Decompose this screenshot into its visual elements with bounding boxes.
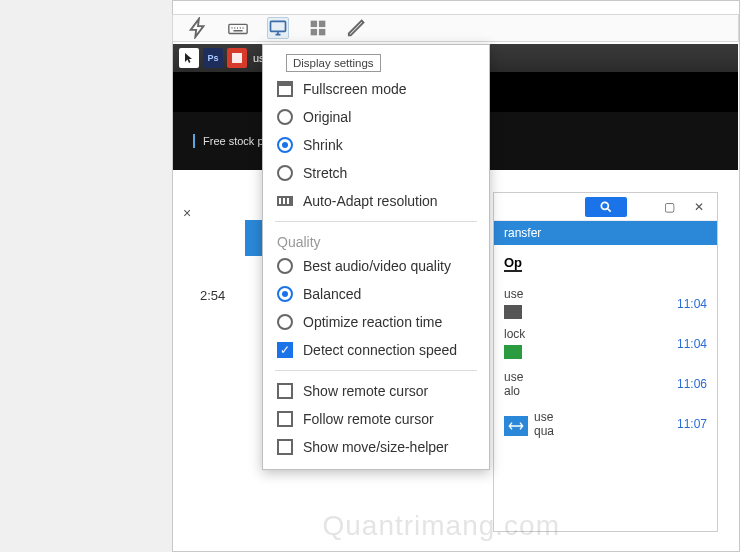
left-timestamp: 2:54	[200, 288, 225, 303]
row-icon-dark	[504, 305, 522, 319]
checkbox-unchecked-icon	[277, 383, 293, 399]
row-time: 11:06	[677, 377, 707, 391]
checkbox-unchecked-icon	[277, 411, 293, 427]
app-tile-cursor[interactable]	[179, 48, 199, 68]
menu-label: Original	[303, 109, 351, 125]
row-icon-arrows	[504, 416, 528, 436]
app-tile-record[interactable]	[227, 48, 247, 68]
menu-stretch[interactable]: Stretch	[263, 159, 489, 187]
dropdown-section-quality: Quality	[263, 228, 489, 252]
menu-auto-adapt-resolution[interactable]: Auto-Adapt resolution	[263, 187, 489, 215]
actions-lightning-icon[interactable]	[187, 17, 209, 39]
app-tile-photoshop[interactable]: Ps	[203, 48, 223, 68]
display-settings-tooltip: Display settings	[286, 54, 381, 72]
menu-follow-remote-cursor[interactable]: Follow remote cursor	[263, 405, 489, 433]
svg-rect-3	[319, 21, 325, 27]
list-item[interactable]: use 11:04	[504, 284, 707, 324]
svg-rect-6	[232, 53, 242, 63]
radio-selected-icon	[277, 286, 293, 302]
menu-balanced[interactable]: Balanced	[263, 280, 489, 308]
svg-rect-9	[278, 82, 292, 86]
menu-original[interactable]: Original	[263, 103, 489, 131]
remote-toolbar	[172, 14, 739, 42]
side-window-body: Op use 11:04 lock 11:04 use alo 11:06	[494, 245, 717, 454]
menu-fullscreen-mode[interactable]: Fullscreen mode	[263, 75, 489, 103]
pen-edit-icon[interactable]	[347, 17, 369, 39]
menu-show-move-size-helper[interactable]: Show move/size-helper	[263, 433, 489, 461]
menu-show-remote-cursor[interactable]: Show remote cursor	[263, 377, 489, 405]
menu-label: Show move/size-helper	[303, 439, 449, 455]
fullscreen-icon	[277, 81, 293, 97]
list-item[interactable]: lock 11:04	[504, 324, 707, 364]
svg-rect-4	[311, 29, 317, 35]
window-close-icon[interactable]: ✕	[691, 200, 707, 214]
shield-icon[interactable]	[307, 17, 329, 39]
list-item[interactable]: use qua 11:07	[504, 404, 707, 444]
display-settings-dropdown: View Mode Fullscreen mode Original Shrin…	[262, 44, 490, 470]
menu-separator	[275, 370, 477, 371]
row-time: 11:04	[677, 297, 707, 311]
row-label: use alo	[504, 370, 523, 398]
side-window-header: Op	[504, 255, 522, 272]
row-label: use	[504, 287, 523, 301]
menu-label: Fullscreen mode	[303, 81, 407, 97]
side-window-tab[interactable]: ransfer	[494, 221, 717, 245]
row-icon-green	[504, 345, 522, 359]
menu-label: Detect connection speed	[303, 342, 457, 358]
checkbox-checked-icon: ✓	[277, 342, 293, 358]
checkbox-unchecked-icon	[277, 439, 293, 455]
menu-label: Auto-Adapt resolution	[303, 193, 438, 209]
menu-separator	[275, 221, 477, 222]
svg-rect-12	[283, 198, 285, 204]
svg-rect-0	[229, 24, 247, 33]
menu-detect-connection-speed[interactable]: ✓ Detect connection speed	[263, 336, 489, 364]
row-label: use qua	[534, 410, 554, 438]
bookmark-indicator	[193, 134, 195, 148]
row-label: lock	[504, 327, 525, 341]
resolution-icon	[277, 193, 293, 209]
side-window-titlebar: ▢ ✕	[494, 193, 717, 221]
radio-unselected-icon	[277, 109, 293, 125]
window-maximize-icon[interactable]: ▢	[661, 200, 677, 214]
svg-rect-2	[311, 21, 317, 27]
menu-label: Follow remote cursor	[303, 411, 434, 427]
display-settings-icon[interactable]	[267, 17, 289, 39]
radio-unselected-icon	[277, 165, 293, 181]
menu-label: Stretch	[303, 165, 347, 181]
menu-label: Balanced	[303, 286, 361, 302]
menu-optimize-reaction[interactable]: Optimize reaction time	[263, 308, 489, 336]
tab-close-x[interactable]: ×	[183, 205, 191, 221]
list-item[interactable]: use alo 11:06	[504, 364, 707, 404]
side-window: ▢ ✕ ransfer Op use 11:04 lock 11:04 use …	[493, 192, 718, 532]
radio-unselected-icon	[277, 258, 293, 274]
radio-unselected-icon	[277, 314, 293, 330]
row-time: 11:04	[677, 337, 707, 351]
svg-point-7	[601, 202, 608, 209]
svg-rect-1	[271, 21, 286, 31]
svg-rect-13	[287, 198, 289, 204]
menu-label: Best audio/video quality	[303, 258, 451, 274]
svg-rect-5	[319, 29, 325, 35]
search-button[interactable]	[585, 197, 627, 217]
row-time: 11:07	[677, 417, 707, 431]
menu-best-quality[interactable]: Best audio/video quality	[263, 252, 489, 280]
menu-label: Shrink	[303, 137, 343, 153]
svg-rect-11	[279, 198, 281, 204]
radio-selected-icon	[277, 137, 293, 153]
menu-label: Show remote cursor	[303, 383, 428, 399]
menu-label: Optimize reaction time	[303, 314, 442, 330]
menu-shrink[interactable]: Shrink	[263, 131, 489, 159]
keyboard-icon[interactable]	[227, 17, 249, 39]
